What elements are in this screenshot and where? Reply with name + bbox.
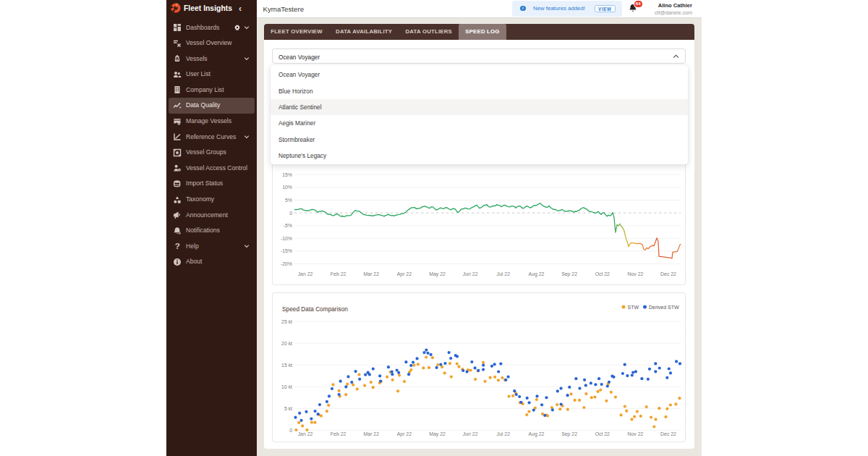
svg-text:Dec 22: Dec 22	[660, 431, 676, 436]
svg-text:10 kt: 10 kt	[281, 384, 292, 389]
svg-text:0: 0	[289, 428, 292, 433]
svg-text:5%: 5%	[285, 198, 292, 203]
svg-text:Jan 22: Jan 22	[298, 271, 313, 276]
svg-text:5 kt: 5 kt	[284, 406, 292, 411]
svg-text:Feb 22: Feb 22	[331, 271, 346, 276]
svg-text:20 kt: 20 kt	[281, 341, 292, 346]
svg-text:Nov 22: Nov 22	[627, 271, 643, 276]
svg-text:Dec 22: Dec 22	[660, 271, 676, 276]
svg-text:Speed Data Comparison: Speed Data Comparison	[282, 305, 348, 313]
svg-text:Jun 22: Jun 22	[463, 271, 478, 276]
svg-text:Feb 22: Feb 22	[331, 431, 346, 436]
svg-text:Jul 22: Jul 22	[497, 271, 511, 276]
svg-text:10%: 10%	[282, 185, 292, 190]
svg-text:May 22: May 22	[429, 271, 446, 277]
svg-text:Jun 22: Jun 22	[463, 431, 478, 436]
svg-text:Mar 22: Mar 22	[364, 271, 380, 276]
svg-text:?: ?	[175, 242, 180, 251]
svg-text:-5%: -5%	[284, 223, 292, 228]
svg-text:Aug 22: Aug 22	[529, 431, 545, 437]
svg-text:Oct 22: Oct 22	[595, 431, 610, 436]
svg-text:Sep 22: Sep 22	[561, 431, 577, 437]
svg-text:Sep 22: Sep 22	[561, 271, 577, 277]
svg-text:Oct 22: Oct 22	[595, 271, 610, 276]
svg-text:-15%: -15%	[281, 248, 292, 253]
svg-text:-20%: -20%	[281, 261, 292, 266]
svg-text:Nov 22: Nov 22	[627, 431, 643, 436]
svg-text:STW: STW	[628, 305, 639, 310]
svg-text:Jul 22: Jul 22	[497, 431, 511, 436]
svg-text:Apr 22: Apr 22	[397, 271, 412, 277]
svg-text:15%: 15%	[282, 172, 292, 177]
svg-text:May 22: May 22	[429, 431, 446, 437]
svg-text:Jan 22: Jan 22	[298, 431, 313, 436]
svg-text:Apr 22: Apr 22	[397, 431, 412, 437]
svg-text:-10%: -10%	[281, 236, 292, 241]
svg-text:Mar 22: Mar 22	[364, 431, 380, 436]
svg-text:Aug 22: Aug 22	[529, 271, 545, 277]
svg-text:15 kt: 15 kt	[281, 363, 292, 368]
svg-text:25 kt: 25 kt	[281, 319, 292, 324]
svg-text:Derived STW: Derived STW	[649, 305, 679, 310]
svg-text:0: 0	[289, 211, 292, 216]
